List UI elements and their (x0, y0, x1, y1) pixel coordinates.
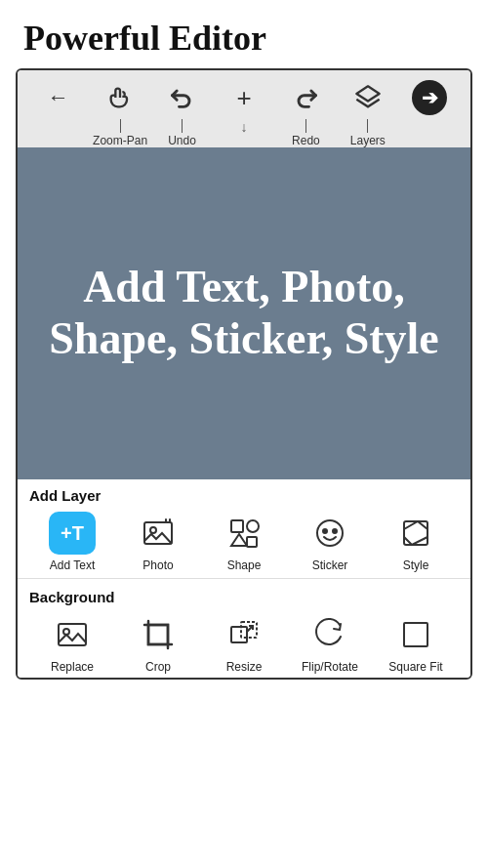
square-fit-label: Square Fit (388, 660, 442, 674)
add-layer-title: Add Layer (29, 487, 459, 504)
svg-marker-0 (356, 86, 379, 101)
zoom-pan-label: Zoom-Pan (93, 134, 147, 147)
resize-icon (226, 617, 262, 652)
flip-rotate-icon (312, 617, 347, 652)
flip-rotate-label: Flip/Rotate (302, 660, 358, 674)
back-icon[interactable]: ← (41, 80, 76, 115)
photo-tool[interactable]: Photo (115, 510, 201, 572)
sticker-label: Sticker (312, 558, 348, 572)
layers-icon[interactable] (350, 80, 386, 115)
svg-rect-13 (148, 625, 168, 644)
replace-label: Replace (51, 660, 94, 674)
next-button[interactable]: ➔ (412, 80, 447, 115)
style-label: Style (403, 558, 429, 572)
replace-icon (55, 617, 90, 652)
section-divider (18, 578, 470, 579)
svg-rect-6 (247, 537, 257, 547)
svg-rect-11 (59, 624, 86, 645)
style-tool[interactable]: Style (373, 510, 459, 572)
flip-rotate-tool[interactable]: Flip/Rotate (287, 611, 373, 674)
square-fit-icon (398, 617, 433, 652)
redo-icon[interactable] (288, 80, 323, 115)
shape-label: Shape (227, 558, 262, 572)
canvas-text: Add Text, Photo, Shape, Sticker, Style (18, 252, 470, 375)
bottom-panels: Add Layer +T Add Text (18, 479, 470, 678)
background-section: Background Replace (18, 581, 470, 678)
add-text-tool[interactable]: +T Add Text (29, 510, 115, 572)
sticker-tool[interactable]: Sticker (287, 510, 373, 572)
square-fit-tool[interactable]: Square Fit (373, 611, 459, 674)
photo-label: Photo (142, 558, 173, 572)
canvas-area: Add Text, Photo, Shape, Sticker, Style (18, 147, 470, 479)
toolbar-icons-row: ← + (18, 76, 470, 119)
layers-label: Layers (350, 134, 386, 147)
crop-icon (141, 617, 176, 652)
shape-tool[interactable]: Shape (201, 510, 287, 572)
editor-container: ← + (16, 68, 472, 680)
toolbar-labels: Zoom-Pan Undo ↓ Redo Layers (18, 119, 470, 147)
add-layer-section: Add Layer +T Add Text (18, 479, 470, 576)
background-tools: Replace Crop (29, 611, 459, 674)
svg-point-8 (323, 529, 327, 533)
sticker-icon (312, 516, 347, 551)
crop-label: Crop (145, 660, 171, 674)
add-icon[interactable]: + (226, 80, 262, 115)
svg-rect-3 (231, 520, 243, 532)
svg-marker-5 (231, 534, 247, 546)
add-layer-tools: +T Add Text Photo (29, 510, 459, 572)
svg-rect-14 (231, 627, 247, 642)
photo-icon (141, 516, 176, 551)
resize-label: Resize (226, 660, 263, 674)
add-text-label: Add Text (50, 558, 95, 572)
shape-icon (226, 516, 262, 551)
undo-icon[interactable] (165, 80, 200, 115)
svg-point-2 (150, 527, 156, 533)
replace-tool[interactable]: Replace (29, 611, 115, 674)
zoom-pan-icon[interactable] (102, 80, 138, 115)
redo-label: Redo (292, 134, 320, 147)
toolbar: ← + (18, 70, 470, 147)
style-icon (398, 516, 433, 551)
svg-point-7 (317, 520, 343, 546)
svg-rect-17 (404, 623, 427, 646)
svg-point-4 (247, 520, 259, 532)
svg-point-9 (333, 529, 337, 533)
crop-tool[interactable]: Crop (115, 611, 201, 674)
undo-label: Undo (168, 134, 196, 147)
page-title: Powerful Editor (0, 0, 488, 68)
add-text-icon: +T (49, 512, 96, 555)
resize-tool[interactable]: Resize (201, 611, 287, 674)
background-title: Background (29, 589, 459, 605)
